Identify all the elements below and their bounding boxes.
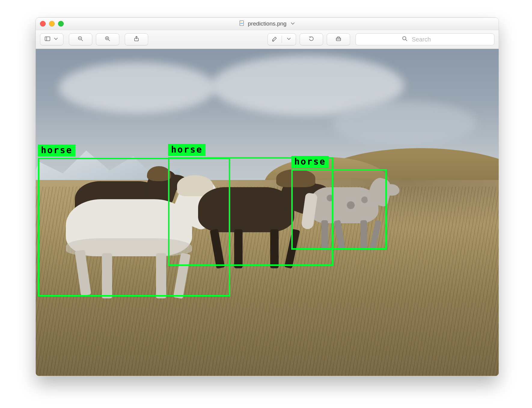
rotate-left-icon	[308, 35, 315, 44]
share-button[interactable]	[125, 33, 148, 45]
svg-point-1	[240, 21, 241, 22]
detection-label: horse	[291, 156, 329, 168]
search-field[interactable]	[356, 33, 494, 45]
search-input[interactable]	[411, 36, 448, 43]
chevron-down-icon	[286, 35, 292, 44]
chevron-down-icon	[53, 35, 59, 44]
zoom-out-button[interactable]	[69, 33, 92, 45]
sidebar-view-button[interactable]	[40, 33, 63, 45]
title-dropdown-chevron-icon[interactable]	[289, 20, 296, 28]
toolbar	[36, 30, 499, 49]
detection-label: horse	[38, 145, 75, 157]
markup-highlight-button[interactable]	[268, 33, 296, 45]
svg-line-8	[109, 39, 110, 41]
toolbox-icon	[335, 35, 342, 44]
search-icon	[402, 35, 408, 44]
svg-line-5	[81, 39, 83, 41]
preview-window: predictions.png	[35, 17, 499, 376]
window-title: predictions.png	[238, 20, 296, 28]
rotate-button[interactable]	[300, 33, 323, 45]
titlebar: predictions.png	[36, 18, 499, 30]
detection-label: horse	[168, 144, 206, 156]
markup-toolbar-button[interactable]	[327, 33, 350, 45]
svg-rect-14	[336, 38, 341, 41]
window-title-text: predictions.png	[248, 20, 287, 27]
zoom-in-icon	[104, 35, 111, 44]
svg-line-17	[406, 39, 407, 41]
sidebar-icon	[44, 35, 51, 44]
zoom-out-icon	[77, 35, 84, 44]
share-icon	[133, 35, 140, 44]
fullscreen-window-button[interactable]	[58, 21, 64, 27]
close-window-button[interactable]	[40, 21, 46, 27]
image-content: horse horse horse	[36, 49, 499, 376]
highlighter-icon	[271, 35, 278, 44]
zoom-in-button[interactable]	[96, 33, 119, 45]
svg-rect-2	[45, 37, 50, 41]
window-controls	[40, 21, 64, 27]
detection-box	[291, 169, 387, 250]
image-viewport[interactable]: horse horse horse	[36, 49, 499, 376]
svg-point-16	[403, 36, 406, 40]
document-icon	[238, 20, 245, 28]
minimize-window-button[interactable]	[49, 21, 55, 27]
